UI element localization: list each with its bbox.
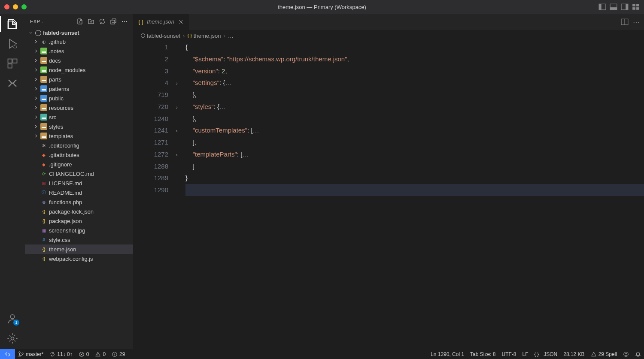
file-item[interactable]: ⊞LICENSE.md — [25, 178, 133, 188]
folder-item[interactable]: ▬src — [25, 112, 133, 122]
spell-check[interactable]: 29 Spell — [588, 349, 620, 359]
svg-rect-5 — [626, 4, 628, 10]
panel-right-icon[interactable] — [621, 3, 629, 11]
file-tree: fabled-sunset ◐.github▬.notes▬docs▬node_… — [25, 29, 133, 349]
file-item[interactable]: #style.css — [25, 235, 133, 244]
more-actions-icon[interactable]: ⋯ — [121, 18, 128, 25]
cursor-position[interactable]: Ln 1290, Col 1 — [428, 349, 467, 359]
folder-item[interactable]: ▬styles — [25, 122, 133, 131]
folder-item[interactable]: ▬node_modules — [25, 65, 133, 75]
root-folder[interactable]: fabled-sunset — [25, 29, 133, 37]
breadcrumb-more[interactable]: … — [228, 33, 234, 39]
problems-errors[interactable]: 0 — [76, 349, 92, 359]
accounts-icon[interactable]: 1 — [6, 313, 18, 325]
file-item[interactable]: {}package-lock.json — [25, 207, 133, 216]
breadcrumbs: fabled-sunset › { } theme.json › … — [133, 30, 644, 41]
svg-point-14 — [10, 315, 14, 319]
run-debug-icon[interactable] — [6, 38, 18, 50]
explorer-icon[interactable] — [6, 18, 18, 30]
new-folder-icon[interactable] — [88, 18, 94, 25]
svg-point-21 — [22, 353, 24, 354]
eol[interactable]: LF — [519, 349, 531, 359]
customize-layout-icon[interactable] — [632, 3, 640, 11]
window-title: theme.json — Primary (Workspace) — [278, 4, 366, 10]
folder-item[interactable]: ▬parts — [25, 75, 133, 84]
problems-info[interactable]: 29 — [109, 349, 128, 359]
notifications-icon[interactable] — [632, 349, 644, 359]
file-item[interactable]: {}package.json — [25, 216, 133, 226]
indent-setting[interactable]: Tab Size: 8 — [467, 349, 498, 359]
svg-point-25 — [625, 353, 626, 354]
file-item[interactable]: ⟳CHANGELOG.md — [25, 169, 133, 178]
filesize[interactable]: 28.12 KB — [560, 349, 587, 359]
file-item[interactable]: ✲.editorconfig — [25, 141, 133, 150]
svg-point-15 — [11, 337, 14, 340]
new-file-icon[interactable] — [76, 18, 83, 25]
svg-rect-8 — [632, 7, 635, 10]
folder-item[interactable]: ▬resources — [25, 103, 133, 112]
language-mode[interactable]: { } JSON — [531, 349, 560, 359]
settings-gear-icon[interactable] — [6, 332, 18, 344]
editor-area: { } theme.json ⋯ fabled-sunset › { } the… — [133, 14, 644, 349]
maximize-window-button[interactable] — [21, 4, 27, 9]
file-item[interactable]: {}theme.json — [25, 244, 133, 254]
code-editor[interactable]: 12347197201240124112711272128812891290 ›… — [133, 41, 644, 349]
svg-rect-7 — [636, 4, 639, 6]
window-controls — [4, 4, 27, 9]
svg-point-19 — [19, 351, 21, 353]
close-window-button[interactable] — [4, 4, 9, 9]
explorer-header: EXP… ⋯ — [25, 14, 133, 29]
svg-rect-12 — [13, 59, 17, 63]
circle-icon — [141, 33, 145, 38]
file-item[interactable]: ⓘREADME.md — [25, 188, 133, 197]
svg-rect-9 — [636, 7, 639, 10]
folder-item[interactable]: ◐.github — [25, 37, 133, 46]
file-item[interactable]: ◆.gitattributes — [25, 150, 133, 160]
explorer-title: EXP… — [30, 19, 74, 24]
statusbar: master* 11↓ 0↑ 0 0 29 Ln 1290, Col 1 Tab… — [0, 349, 644, 359]
file-item[interactable]: ▦screenshot.jpg — [25, 226, 133, 235]
file-item[interactable]: ⊚functions.php — [25, 197, 133, 207]
titlebar: theme.json — Primary (Workspace) — [0, 0, 644, 14]
folder-item[interactable]: ▬docs — [25, 56, 133, 65]
svg-point-20 — [19, 355, 21, 357]
refresh-icon[interactable] — [99, 18, 106, 25]
circle-icon — [35, 30, 41, 36]
collapse-all-icon[interactable] — [110, 18, 117, 25]
folder-item[interactable]: ▬.notes — [25, 46, 133, 56]
svg-rect-3 — [610, 7, 617, 10]
svg-point-26 — [626, 353, 627, 354]
tab-theme-json[interactable]: { } theme.json — [133, 14, 189, 30]
folder-item[interactable]: ▬public — [25, 94, 133, 103]
svg-rect-13 — [8, 64, 12, 68]
accounts-badge: 1 — [13, 320, 19, 326]
folder-item[interactable]: ▬patterns — [25, 84, 133, 94]
split-editor-icon[interactable] — [621, 18, 629, 26]
close-tab-icon[interactable] — [178, 19, 184, 25]
problems-warnings[interactable]: 0 — [92, 349, 109, 359]
editor-tabs: { } theme.json ⋯ — [133, 14, 644, 30]
svg-rect-11 — [8, 59, 12, 63]
file-item[interactable]: ◆.gitignore — [25, 160, 133, 169]
more-editor-actions-icon[interactable]: ⋯ — [633, 18, 640, 26]
minimize-window-button[interactable] — [13, 4, 18, 9]
folder-item[interactable]: ▬templates — [25, 131, 133, 141]
activity-bar: 1 — [0, 14, 25, 349]
feedback-icon[interactable] — [620, 349, 632, 359]
breadcrumb-root[interactable]: fabled-sunset — [141, 33, 180, 39]
extensions-icon[interactable] — [6, 57, 18, 69]
git-sync[interactable]: 11↓ 0↑ — [46, 349, 75, 359]
svg-rect-6 — [632, 4, 635, 6]
git-branch[interactable]: master* — [15, 349, 46, 359]
explorer-sidebar: EXP… ⋯ fabled-sunset ◐.github▬.notes▬doc… — [25, 14, 133, 349]
panel-bottom-icon[interactable] — [610, 3, 617, 11]
breadcrumb-file[interactable]: { } theme.json — [187, 33, 221, 39]
curved-icon[interactable] — [6, 77, 18, 89]
svg-point-24 — [624, 352, 629, 356]
svg-rect-1 — [599, 4, 601, 10]
encoding[interactable]: UTF-8 — [498, 349, 519, 359]
file-item[interactable]: {}webpack.config.js — [25, 254, 133, 263]
remote-indicator[interactable] — [0, 349, 15, 359]
panel-left-icon[interactable] — [598, 3, 606, 11]
